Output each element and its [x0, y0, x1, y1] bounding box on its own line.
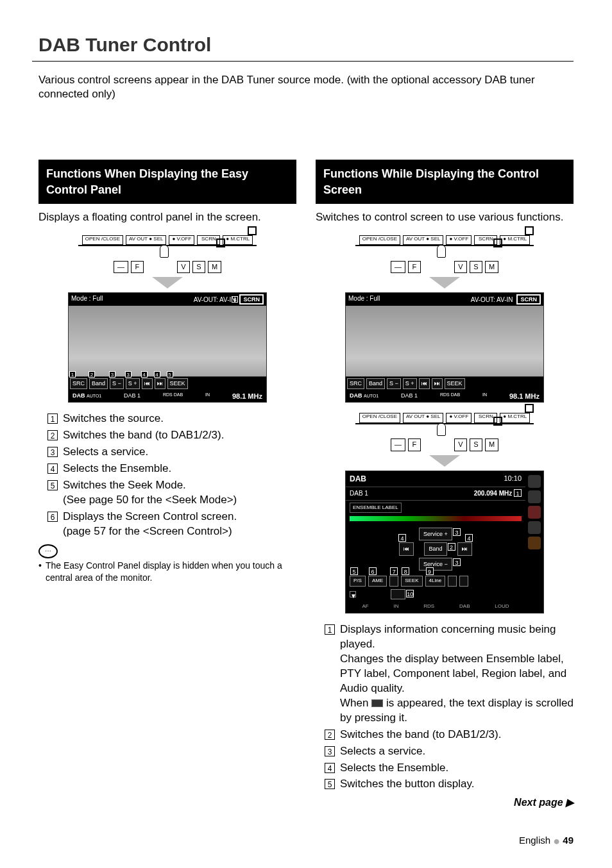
- left-numbered-list: 1Switches the source. 2Switches the band…: [38, 412, 296, 539]
- shot-avout: AV-OUT: AV-IN: [194, 296, 236, 305]
- left-item-4: Selects the Ensemble.: [63, 462, 171, 474]
- ctrl-prev: 4⏮: [399, 542, 414, 555]
- shot-scrn-button: SCRN: [516, 294, 541, 305]
- pill-next: ⏭: [432, 378, 443, 388]
- left-item-5: Switches the Seek Mode.: [63, 479, 186, 491]
- ctrl-preset: DAB 1: [350, 489, 368, 498]
- pill-splus: S +: [403, 378, 417, 388]
- note-icon: ⋯: [38, 544, 58, 558]
- ctrl-title: DAB: [350, 474, 366, 484]
- right-item-1: Displays information concerning music be…: [340, 623, 556, 650]
- ctrl-ensemble-label: ENSEMBLE LABEL: [350, 503, 402, 513]
- right-item-4: Selects the Ensemble.: [340, 762, 448, 774]
- right-buttonbar-2: — F V S M: [316, 246, 574, 273]
- btn-v: V: [454, 438, 467, 451]
- column-right: Functions While Displaying the Control S…: [316, 160, 574, 810]
- btn-av-out-sel: AV OUT ● SEL: [403, 235, 443, 245]
- shot-avout: AV-OUT: AV-IN: [471, 296, 513, 305]
- left-desc: Displays a floating control panel in the…: [38, 210, 296, 225]
- chevron-down-icon: [429, 277, 460, 288]
- btn-mctrl: ● M.CTRL: [500, 413, 530, 422]
- touch-finger-icon: [435, 247, 446, 273]
- btn-open-close: OPEN /CLOSE: [82, 235, 123, 245]
- side-icon: [528, 537, 541, 549]
- btn-av-out-sel: AV OUT ● SEL: [403, 413, 443, 422]
- shot-video-area: [346, 306, 543, 376]
- side-icon: [528, 475, 541, 488]
- btn-open-close: OPEN /CLOSE: [359, 413, 400, 422]
- pill-splus: 3S +: [126, 378, 140, 388]
- btn-s: S: [470, 261, 482, 274]
- btn-v-off: ● V.OFF: [446, 413, 472, 422]
- left-item-6-sub: (page 57 for the <Screen Control>): [63, 524, 296, 539]
- pill-band: Band: [366, 378, 385, 388]
- left-item-5-sub: (See page 50 for the <Seek Mode>): [63, 493, 296, 508]
- control-screen-shot: DAB 10:10 DAB 1 200.094 MHz 1 ENSEMBLE L…: [345, 471, 544, 613]
- right-numbered-list: 1Displays information concerning music b…: [316, 622, 574, 792]
- side-icon: [528, 521, 541, 534]
- chevron-down-icon: [429, 455, 460, 467]
- ctrl-service-minus: 3Service −: [419, 558, 452, 571]
- btn-v-off: ● V.OFF: [446, 235, 472, 245]
- btn-av-out-sel: AV OUT ● SEL: [126, 235, 166, 245]
- left-buttonbar-2: — F V S M: [38, 246, 296, 273]
- ctrl-ps: 5P/S: [350, 576, 366, 587]
- pill-seek: SEEK: [445, 378, 465, 388]
- page-footer: English ● 49: [519, 833, 574, 849]
- ctrl-gap: 7: [389, 576, 398, 587]
- note-bullet: •: [38, 560, 42, 584]
- scroll-icon: [371, 699, 383, 707]
- pill-sminus: 3S −: [110, 378, 124, 388]
- btn-dash: —: [391, 438, 405, 451]
- chevron-down-icon: [152, 277, 183, 288]
- ctrl-blank: [448, 576, 457, 587]
- left-buttonbar: OPEN /CLOSE AV OUT ● SEL ● V.OFF SCRN ● …: [38, 234, 296, 246]
- next-page-link: Next page ▶: [316, 796, 574, 810]
- ctrl-freq: 200.094 MHz: [474, 490, 512, 497]
- left-control-shot: Mode : Full AV-OUT: AV-IN 6 SCRN 1SRC 2B…: [68, 292, 267, 403]
- right-item-2: Switches the band (to DAB1/2/3).: [340, 728, 501, 740]
- ctrl-waveform: [350, 516, 522, 521]
- shot-video-area: [69, 306, 266, 376]
- left-heading: Functions When Displaying the Easy Contr…: [38, 160, 296, 204]
- ctrl-ame: 6AME: [368, 576, 387, 587]
- pill-sminus: S −: [387, 378, 401, 388]
- pill-prev: 4⏮: [142, 378, 153, 388]
- right-buttonbar: OPEN /CLOSE AV OUT ● SEL ● V.OFF SCRN ● …: [316, 234, 574, 246]
- pill-src: SRC: [347, 378, 364, 388]
- callout-1: 1: [514, 489, 522, 497]
- side-icon: [528, 506, 541, 519]
- btn-f: F: [408, 438, 421, 451]
- btn-s: S: [470, 438, 482, 451]
- btn-m: M: [485, 261, 498, 274]
- pill-next: 4⏭: [155, 378, 166, 388]
- btn-mctrl: ● M.CTRL: [223, 235, 253, 245]
- right-buttonbar-3: OPEN /CLOSE AV OUT ● SEL ● V.OFF SCRN ● …: [316, 412, 574, 424]
- touch-finger-icon: [158, 247, 169, 273]
- touch-finger-icon: [435, 426, 446, 451]
- right-item-1-extra-a: Changes the display between Ensemble lab…: [340, 652, 574, 696]
- btn-mctrl: ● M.CTRL: [500, 235, 530, 245]
- note-row: ⋯: [38, 544, 296, 558]
- btn-m: M: [485, 438, 498, 451]
- intro-text: Various control screens appear in the DA…: [38, 73, 565, 103]
- btn-dash: —: [114, 261, 128, 274]
- shot-mode: Mode : Full: [71, 294, 103, 305]
- shot-scrn-button: 6 SCRN: [239, 294, 264, 305]
- right-buttonbar-4: — F V S M: [316, 424, 574, 451]
- btn-v: V: [454, 261, 467, 274]
- btn-f: F: [131, 261, 144, 274]
- side-icon: [528, 490, 541, 503]
- ctrl-band: 2Band: [424, 542, 446, 555]
- btn-dash: —: [391, 261, 405, 274]
- ctrl-next: 4⏭: [457, 542, 472, 555]
- right-desc: Switches to control screen to use variou…: [316, 210, 574, 225]
- pill-src: 1SRC: [70, 378, 87, 388]
- shot-mode: Mode : Full: [348, 294, 380, 305]
- pill-band: 2Band: [89, 378, 108, 388]
- ctrl-service-plus: 3Service +: [419, 528, 452, 540]
- right-control-shot: Mode : Full AV-OUT: AV-IN SCRN SRC Band …: [345, 292, 544, 403]
- left-item-2: Switches the band (to DAB1/2/3).: [63, 429, 224, 441]
- right-item-3: Selects a service.: [340, 745, 425, 757]
- ctrl-side-icons: [525, 471, 543, 613]
